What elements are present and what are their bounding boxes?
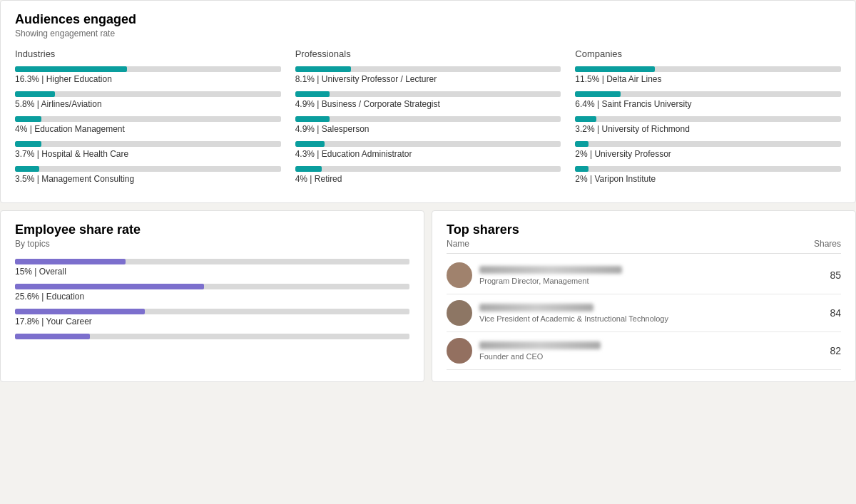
bar-fill [295, 91, 330, 97]
bar-fill [15, 334, 90, 339]
sharer-count: 84 [830, 307, 841, 319]
avatar [447, 300, 472, 326]
sharer-info: Founder and CEO [479, 341, 822, 361]
avatar [447, 338, 472, 364]
bar-fill [15, 166, 39, 172]
bar-label: 6.4% | Saint Francis University [575, 99, 841, 109]
bar-track [15, 334, 409, 339]
sharer-name [479, 341, 601, 349]
bar-track [295, 141, 561, 147]
bar-track [575, 66, 841, 72]
bar-label: 11.5% | Delta Air Lines [575, 74, 841, 84]
bar-fill [575, 166, 588, 172]
bar-row: 4.3% | Education Administrator [295, 141, 561, 159]
bar-track [575, 141, 841, 147]
bar-row: 2% | University Professor [575, 141, 841, 159]
bar-fill [15, 141, 41, 147]
sharers-header: Name Shares [447, 239, 841, 254]
bar-row: 3.7% | Hospital & Health Care [15, 141, 281, 159]
bar-fill [15, 91, 55, 97]
top-sharers-title: Top sharers [447, 222, 841, 237]
bar-track [15, 91, 281, 97]
bar-label: 2% | University Professor [575, 149, 841, 159]
sharer-info: Program Director, Management [479, 266, 822, 285]
bar-row: 2% | Varipon Institute [575, 166, 841, 184]
bar-track [15, 66, 281, 72]
bar-label: 4.9% | Business / Corporate Strategist [295, 99, 561, 109]
bar-track [295, 166, 561, 172]
audiences-title: Audiences engaged [15, 12, 841, 27]
bar-row: 16.3% | Higher Education [15, 66, 281, 84]
bar-row: 3.5% | Management Consulting [15, 166, 281, 184]
industries-column: Industries 16.3% | Higher Education5.8% … [15, 48, 281, 191]
sharer-info: Vice President of Academic & Instruction… [479, 304, 822, 323]
bar-label: 16.3% | Higher Education [15, 74, 281, 84]
bar-track [295, 66, 561, 72]
bar-label: 17.8% | Your Career [15, 317, 409, 326]
bar-track [295, 116, 561, 122]
bar-label: 4.9% | Salesperson [295, 124, 561, 134]
bar-fill [295, 141, 325, 147]
bar-label: 25.6% | Education [15, 292, 409, 302]
bar-label: 3.5% | Management Consulting [15, 174, 281, 184]
bar-track [295, 91, 561, 97]
bar-fill [575, 91, 620, 97]
bar-row: 4% | Retired [295, 166, 561, 184]
bar-track [575, 166, 841, 172]
sharer-row: Founder and CEO82 [447, 332, 841, 370]
bar-label: 2% | Varipon Institute [575, 174, 841, 184]
professionals-column: Professionals 8.1% | University Professo… [295, 48, 561, 191]
bar-label: 8.1% | University Professor / Lecturer [295, 74, 561, 84]
bar-track [15, 284, 409, 289]
bar-fill [295, 66, 351, 72]
bar-label: 4.3% | Education Administrator [295, 149, 561, 159]
bar-fill [295, 166, 322, 172]
sharer-row: Program Director, Management85 [447, 257, 841, 294]
top-sharers-card: Top sharers Name Shares Program Director… [432, 210, 856, 382]
bar-fill [15, 66, 127, 72]
bar-label: 4% | Retired [295, 174, 561, 184]
companies-column: Companies 11.5% | Delta Air Lines6.4% | … [575, 48, 841, 191]
bar-row: 5.8% | Airlines/Aviation [15, 91, 281, 109]
audiences-columns: Industries 16.3% | Higher Education5.8% … [15, 48, 841, 191]
companies-bars: 11.5% | Delta Air Lines6.4% | Saint Fran… [575, 66, 841, 184]
audiences-engaged-card: Audiences engaged Showing engagement rat… [0, 0, 856, 203]
bar-fill [575, 116, 596, 122]
sharers-shares-col: Shares [814, 239, 841, 249]
bar-row: 17.8% | Your Career [15, 309, 409, 326]
bar-row: 3.2% | University of Richmond [575, 116, 841, 134]
bar-row: 11.5% | Delta Air Lines [575, 66, 841, 84]
sharer-count: 82 [830, 345, 841, 356]
bar-row: 15% | Overall [15, 259, 409, 277]
industries-bars: 16.3% | Higher Education5.8% | Airlines/… [15, 66, 281, 184]
bar-fill [295, 116, 330, 122]
bar-fill [15, 259, 126, 264]
bar-row: 4.9% | Business / Corporate Strategist [295, 91, 561, 109]
avatar [447, 262, 472, 288]
bar-track [575, 116, 841, 122]
sharer-title: Vice President of Academic & Instruction… [479, 314, 822, 323]
bar-fill [15, 284, 204, 289]
bar-track [15, 116, 281, 122]
sharer-count: 85 [830, 269, 841, 281]
sharer-row: Vice President of Academic & Instruction… [447, 294, 841, 332]
professionals-label: Professionals [295, 48, 561, 59]
bar-row: 6.4% | Saint Francis University [575, 91, 841, 109]
bar-label: 4% | Education Management [15, 124, 281, 134]
bar-label: 15% | Overall [15, 267, 409, 277]
bar-row: 8.1% | University Professor / Lecturer [295, 66, 561, 84]
employee-share-title: Employee share rate [15, 222, 409, 237]
employee-share-card: Employee share rate By topics 15% | Over… [0, 210, 424, 382]
sharer-title: Program Director, Management [479, 277, 822, 285]
bottom-grid: Employee share rate By topics 15% | Over… [0, 210, 856, 389]
bar-label: 5.8% | Airlines/Aviation [15, 99, 281, 109]
bar-fill [15, 116, 41, 122]
industries-label: Industries [15, 48, 281, 59]
audiences-subtitle: Showing engagement rate [15, 29, 841, 38]
bar-row: 4.9% | Salesperson [295, 116, 561, 134]
sharer-title: Founder and CEO [479, 352, 822, 361]
bar-track [15, 141, 281, 147]
sharers-name-col: Name [447, 239, 469, 249]
bar-row: 25.6% | Education [15, 284, 409, 302]
bar-row [15, 334, 409, 339]
